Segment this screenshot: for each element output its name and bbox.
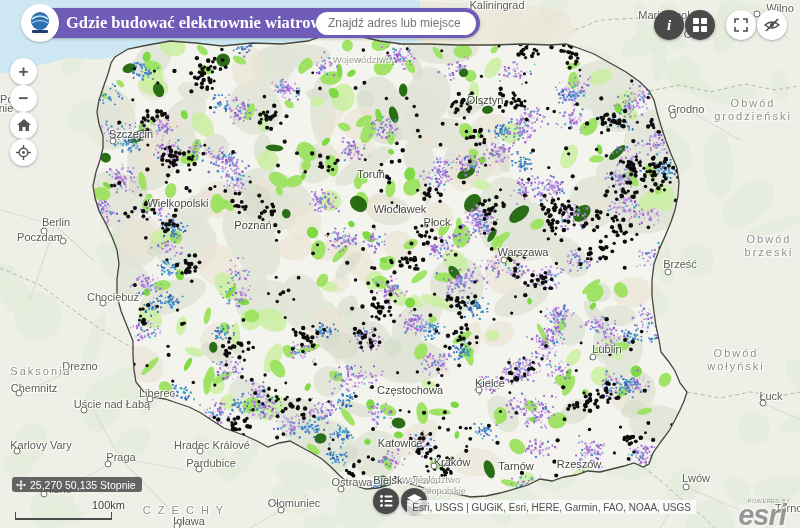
target-icon (16, 145, 31, 160)
search-box (316, 12, 476, 35)
coordinates-readout: 25,270 50,135 Stopnie (30, 479, 136, 491)
esri-logo: POWERED BY esri (726, 499, 798, 528)
locate-button[interactable] (10, 139, 37, 166)
move-icon (16, 480, 26, 490)
esri-wordmark: esri (738, 499, 786, 528)
header-bar: Gdzie budować elektrownie wiatrowe? (38, 8, 480, 38)
home-icon (17, 119, 31, 132)
zoom-in-button[interactable]: + (10, 58, 37, 85)
map[interactable] (0, 0, 800, 528)
coordinates-badge: 25,270 50,135 Stopnie (12, 477, 142, 492)
home-button[interactable] (10, 112, 37, 139)
hide-ui-button[interactable] (757, 10, 787, 40)
legend-list-icon (380, 495, 393, 507)
eye-slash-icon (764, 18, 780, 32)
apps-button[interactable] (685, 10, 715, 40)
attribution-text: Esri, USGS | GUGiK, Esri, HERE, Garmin, … (412, 502, 691, 513)
scale-bar: 100km (15, 512, 112, 520)
info-button[interactable]: i (654, 10, 684, 40)
zoom-out-button[interactable]: − (10, 85, 37, 112)
app-grid-icon (693, 18, 707, 32)
page-title: Gdzie budować elektrownie wiatrowe? (66, 13, 338, 33)
attribution-bar: Esri, USGS | GUGiK, Esri, HERE, Garmin, … (407, 500, 696, 514)
search-input[interactable] (316, 16, 476, 30)
fullscreen-corners-icon (734, 18, 748, 32)
fullscreen-button[interactable] (726, 10, 756, 40)
plus-icon: + (19, 62, 29, 82)
globe-logo-icon (27, 10, 53, 36)
legend-button[interactable] (373, 488, 399, 514)
app-logo (21, 4, 59, 42)
minus-icon: − (19, 89, 29, 109)
scale-label: 100km (92, 499, 125, 511)
info-icon: i (667, 17, 671, 34)
